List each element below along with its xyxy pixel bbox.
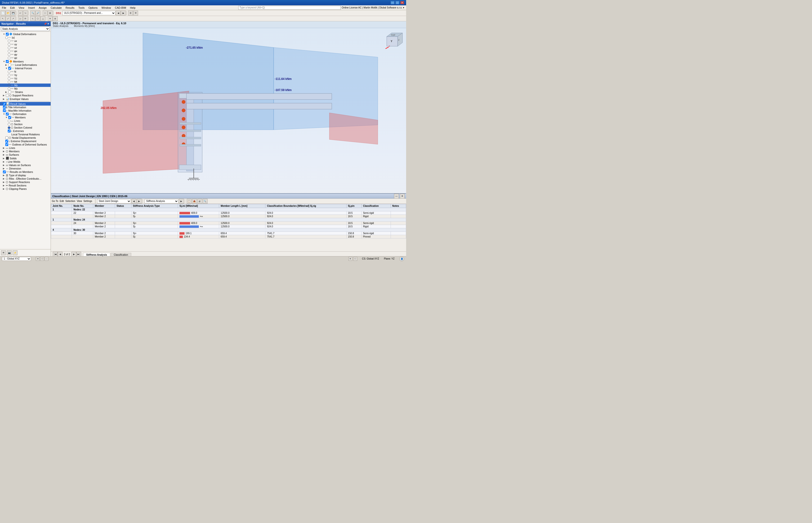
maximize-button[interactable]: □ [395,1,399,4]
nav-cube[interactable]: Y TOP Z X [384,31,404,50]
radio-ux[interactable] [8,40,11,42]
nav-support-reactions2[interactable]: ▶ ⬡ Support Reactions [0,180,51,184]
nav-values-on-surfaces[interactable]: ▶ ▭ Values on Surfaces [0,163,51,167]
radio-My[interactable] [8,84,11,87]
tb2-btn8[interactable]: △ [40,16,45,21]
def-members-check[interactable] [8,116,11,119]
zoom-out-btn[interactable]: 🔎 [35,11,40,16]
nav-Vy[interactable]: 〰 Vy [0,73,51,77]
table-row[interactable]: 22 Member 2 Sj+ 409.0 12500.0 [51,211,406,215]
nav-Mz[interactable]: 〰 Mz [0,87,51,90]
tb2-btn4[interactable]: ▷ [18,16,23,21]
settings-menu-btn[interactable]: Settings [83,200,92,202]
goto-btn[interactable]: Go To [52,200,58,202]
next-lc[interactable]: ▶ [121,11,126,16]
nav-ribs[interactable]: ▶ ⬡ Ribs - Effective Contribution on Sur… [0,177,51,180]
run-analysis-btn[interactable]: ▶ [179,199,184,204]
undo-btn[interactable]: ↩ [18,11,23,16]
nav-envelope[interactable]: ▶ 📊 Envelope Values [0,97,51,101]
title-info-check[interactable] [3,106,6,109]
analysis-type-select[interactable]: Static Analysis [1,26,50,31]
tab-stiffness-analysis[interactable]: Stiffness Analysis [83,253,110,256]
table-row[interactable]: 24 Member 2 Sj+ 409.0 12500.0 [51,221,406,225]
nav-maxmin-info[interactable]: ↕ Max/Min Information [0,109,51,112]
nav-global-deformations[interactable]: ▼ 🔷 Global Deformations [0,32,51,36]
search-input[interactable] [238,6,341,10]
result-values-check[interactable] [3,103,6,105]
load-case-combo[interactable]: ULS (STR/GEO) - Permanent and... [62,11,115,15]
radio-u[interactable] [5,36,8,39]
table-row[interactable]: Member 2 Sj- +∞ 12500.0 924.0 [51,225,406,228]
export-btn[interactable]: 📤 [192,199,197,204]
next-page-tab-btn[interactable]: ▶ [71,252,76,256]
extreme-disp-check[interactable] [5,140,8,143]
menu-options[interactable]: Options [87,6,100,10]
outlines-check[interactable] [5,143,8,146]
table-row[interactable]: Member 2 Sj- +∞ 12500.0 924.0 [51,215,406,218]
tb2-btn10[interactable]: ⊕ [53,16,58,21]
nav-pin-btn[interactable]: 📌 [44,22,47,25]
bottom-minimize-btn[interactable]: — [394,194,399,199]
nav-Vz[interactable]: 〰 Vz [0,77,51,80]
close-button[interactable]: ✕ [400,1,404,4]
radio-phiz[interactable] [8,57,11,59]
nav-surfaces[interactable]: ▶ ▭ Surfaces [0,153,51,157]
minimize-button[interactable]: — [391,1,395,4]
classification-table-area[interactable]: Joint No. Node No. Member Status Stiffne… [51,204,406,251]
menu-assign[interactable]: Assign [37,6,49,10]
results-members-check[interactable] [3,170,6,173]
tb2-btn6[interactable]: ∿ [30,16,35,21]
nav-extreme-disp[interactable]: ↕ Extreme Displacement [0,140,51,143]
radio-def-lines[interactable] [8,120,11,122]
nav-def-section[interactable]: ⬡ Section [0,123,51,126]
radio-phiy[interactable] [8,53,11,56]
tb2-btn1[interactable]: ↖ [0,16,5,21]
radio-phix[interactable] [8,50,11,53]
radio-Mz[interactable] [8,87,11,90]
view-btn[interactable]: 👁 [133,11,138,16]
menu-calculate[interactable]: Calculate [49,6,64,10]
first-page-btn[interactable]: |◀ [53,252,58,256]
nav-internal-forces[interactable]: ▼ 〰 Internal Forces [0,67,51,70]
nav-clipping-planes[interactable]: ▶ ⬡ Clipping Planes [0,187,51,191]
members-check[interactable] [6,60,9,63]
nav-members[interactable]: ▼ 🔶 Members [0,59,51,63]
nodal-disp-check[interactable] [5,136,8,139]
radio-uz[interactable] [8,47,11,49]
tb2-btn2[interactable]: ⤢ [5,16,11,21]
tab-classification[interactable]: Classification [111,253,131,256]
menu-view[interactable]: View [17,6,26,10]
nav-My[interactable]: 〰 My [0,84,51,87]
wire-btn[interactable]: ⊞ [48,11,53,16]
extremes-check[interactable] [8,129,11,132]
nav-section-colored[interactable]: ⬡ Section Colored [0,126,51,129]
open-btn[interactable]: 📂 [5,11,11,16]
menu-results[interactable]: Results [64,6,76,10]
menu-window[interactable]: Window [100,6,113,10]
strains-check[interactable] [8,91,11,93]
prev-page-tab-btn[interactable]: ◀ [58,252,62,256]
nav-Mt[interactable]: 〰 Mt [0,80,51,84]
nav-uy[interactable]: 〰 uy [0,42,51,46]
save-btn[interactable]: 💾 [11,11,16,16]
tb2-btn3[interactable]: ↗ [11,16,16,21]
nav-strains[interactable]: ▶ 〰 Strains [0,90,51,94]
analysis-mode-select[interactable]: Stiffness Analysis [145,199,179,203]
support-check[interactable] [6,94,9,97]
print-btn[interactable]: 🖨 [197,199,202,204]
internal-forces-check[interactable] [8,67,11,70]
snap-btn1[interactable]: ⊕ [36,257,40,261]
maxmin-check[interactable] [3,109,6,112]
next-page-btn[interactable]: ▶ [137,199,142,204]
nav-phix[interactable]: 〰 φx [0,49,51,53]
nav-members2[interactable]: ▶ ⬡ Members [0,150,51,153]
nav-phiy[interactable]: 〰 φy [0,53,51,56]
nav-local-def[interactable]: ▶ 〰 Local Deformations [0,63,51,67]
edit-btn[interactable]: Edit [60,200,64,202]
avatar-btn[interactable]: 👤 [399,256,404,261]
zoom-in-btn[interactable]: 🔍 [30,11,35,16]
menu-file[interactable]: File [0,6,8,10]
global-def-check[interactable] [6,33,9,36]
nav-type-display[interactable]: ▶ ☰ Type of display [0,174,51,177]
redo-btn[interactable]: ↪ [23,11,28,16]
